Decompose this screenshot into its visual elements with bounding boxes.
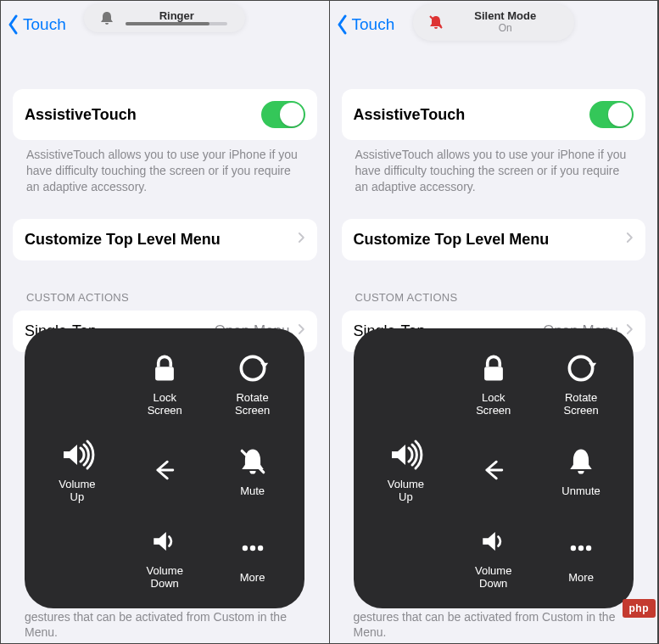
at-volup-label: VolumeUp [59, 479, 95, 504]
footer-text: gestures that can be activated from Cust… [354, 609, 634, 640]
chevron-right-icon [297, 231, 305, 248]
back-chevron-icon [337, 14, 349, 35]
at-volume-up[interactable]: VolumeUp [33, 436, 120, 504]
assistivetouch-overlay: LockScreen RotateScreen VolumeUp Mute Vo… [25, 328, 304, 608]
custom-actions-header: CUSTOM ACTIONS [13, 291, 317, 311]
at-volume-down[interactable]: VolumeDown [450, 523, 537, 591]
customize-menu-cell[interactable]: Customize Top Level Menu [13, 219, 317, 260]
customize-menu-label: Customize Top Level Menu [25, 231, 221, 249]
navbar: Touch Silent Mode On [330, 1, 658, 48]
at-voldown-label: VolumeDown [147, 565, 183, 591]
assistivetouch-toggle[interactable] [261, 101, 305, 128]
navbar: Touch Ringer [1, 1, 329, 48]
customize-menu-label: Customize Top Level Menu [354, 231, 550, 249]
at-rotate-screen[interactable]: RotateScreen [537, 350, 624, 417]
at-volume-down[interactable]: VolumeDown [121, 523, 209, 591]
at-more-label: More [568, 572, 594, 585]
back-arrow-icon [146, 451, 183, 489]
at-back[interactable] [121, 451, 209, 489]
silent-mode-hud: Silent Mode On [413, 4, 574, 41]
hud-title: Silent Mode [474, 9, 536, 22]
more-icon [562, 529, 600, 567]
rotate-icon [562, 350, 600, 387]
chevron-right-icon [625, 322, 634, 339]
chevron-right-icon [625, 231, 634, 248]
bell-icon [99, 10, 114, 25]
at-voldown-label: VolumeDown [475, 565, 511, 591]
bell-slash-icon [428, 14, 444, 30]
at-lock-screen[interactable]: LockScreen [450, 350, 537, 417]
assistivetouch-label: AssistiveTouch [25, 106, 137, 124]
at-volume-up[interactable]: VolumeUp [362, 436, 450, 504]
back-label: Touch [23, 15, 66, 34]
assistivetouch-toggle[interactable] [589, 101, 634, 128]
at-unmute-label: Unmute [561, 485, 600, 498]
back-label: Touch [352, 15, 395, 34]
at-rotate-label: RotateScreen [563, 392, 598, 417]
at-rotate-label: RotateScreen [235, 392, 270, 417]
assistivetouch-cell[interactable]: AssistiveTouch [13, 89, 317, 140]
assistivetouch-label: AssistiveTouch [354, 106, 466, 124]
more-icon [234, 529, 271, 567]
at-more[interactable]: More [209, 529, 296, 585]
at-unmute[interactable]: Unmute [537, 443, 624, 498]
footer-text: gestures that can be activated from Cust… [25, 609, 305, 640]
at-lock-label: LockScreen [476, 392, 511, 417]
custom-actions-header: CUSTOM ACTIONS [342, 291, 646, 311]
volume-down-icon [475, 523, 512, 560]
back-button[interactable]: Touch [8, 14, 66, 35]
mute-icon [234, 443, 271, 480]
assistivetouch-overlay: LockScreen RotateScreen VolumeUp Unmute … [354, 328, 634, 608]
volume-up-icon [59, 436, 96, 473]
chevron-right-icon [297, 322, 305, 339]
phone-right: Touch Silent Mode On AssistiveTouch Assi… [330, 1, 659, 643]
ringer-hud: Ringer [84, 4, 245, 32]
at-more-label: More [240, 572, 265, 585]
rotate-icon [234, 350, 271, 387]
hud-title: Ringer [159, 9, 194, 22]
assistivetouch-description: AssistiveTouch allows you to use your iP… [342, 140, 646, 195]
customize-menu-cell[interactable]: Customize Top Level Menu [342, 219, 646, 260]
back-button[interactable]: Touch [337, 14, 395, 35]
phone-left: Touch Ringer AssistiveTouch AssistiveTou… [1, 1, 330, 643]
lock-icon [146, 350, 183, 387]
assistivetouch-cell[interactable]: AssistiveTouch [342, 89, 646, 140]
ringer-slider [126, 22, 227, 25]
at-lock-label: LockScreen [148, 392, 182, 417]
assistivetouch-description: AssistiveTouch allows you to use your iP… [13, 140, 317, 195]
at-more[interactable]: More [537, 529, 624, 585]
at-volup-label: VolumeUp [388, 479, 424, 504]
back-arrow-icon [475, 451, 512, 489]
unmute-icon [562, 443, 600, 480]
back-chevron-icon [8, 14, 20, 35]
at-rotate-screen[interactable]: RotateScreen [209, 350, 296, 417]
at-back[interactable] [450, 451, 537, 489]
watermark: php [623, 599, 656, 618]
hud-subtitle: On [499, 22, 512, 34]
at-lock-screen[interactable]: LockScreen [121, 350, 209, 417]
at-mute[interactable]: Mute [209, 443, 296, 498]
lock-icon [475, 350, 512, 387]
volume-up-icon [387, 436, 424, 473]
volume-down-icon [146, 523, 183, 560]
at-mute-label: Mute [240, 485, 265, 498]
